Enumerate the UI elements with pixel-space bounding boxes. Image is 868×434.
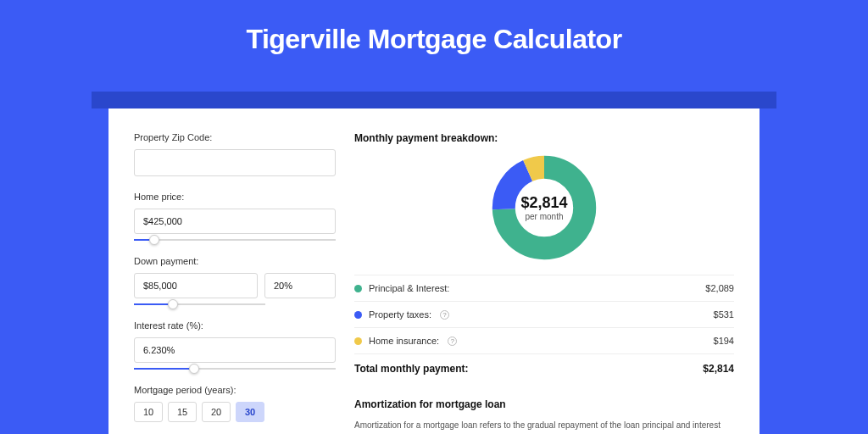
legend-label: Home insurance: bbox=[369, 336, 439, 346]
down-payment-slider[interactable] bbox=[134, 303, 265, 305]
down-payment-input[interactable] bbox=[134, 273, 258, 298]
page-title: Tigerville Mortgage Calculator bbox=[0, 0, 868, 75]
form-column: Property Zip Code: Home price: Down paym… bbox=[134, 132, 336, 434]
period-label: Mortgage period (years): bbox=[134, 385, 336, 395]
legend-label: Principal & Interest: bbox=[369, 283, 449, 293]
period-btn-20[interactable]: 20 bbox=[202, 402, 231, 422]
breakdown-column: Monthly payment breakdown: $2,814 per mo… bbox=[354, 132, 734, 434]
home-price-slider[interactable] bbox=[134, 239, 336, 241]
calculator-card: Property Zip Code: Home price: Down paym… bbox=[108, 108, 760, 434]
interest-input[interactable] bbox=[134, 337, 336, 363]
total-label: Total monthly payment: bbox=[354, 363, 468, 375]
info-icon[interactable]: ? bbox=[440, 310, 449, 320]
zip-label: Property Zip Code: bbox=[134, 132, 336, 142]
amortization-block: Amortization for mortgage loan Amortizat… bbox=[354, 398, 734, 434]
home-price-input[interactable] bbox=[134, 209, 336, 234]
legend-amount: $194 bbox=[714, 336, 734, 346]
legend-insurance: Home insurance: ? $194 bbox=[354, 327, 734, 353]
breakdown-title: Monthly payment breakdown: bbox=[354, 132, 734, 144]
dot-icon bbox=[354, 337, 362, 345]
home-price-group: Home price: bbox=[134, 192, 336, 241]
dot-icon bbox=[354, 311, 362, 319]
donut-chart-wrap: $2,814 per month bbox=[354, 149, 734, 275]
donut-amount: $2,814 bbox=[520, 194, 567, 212]
period-group: Mortgage period (years): 10 15 20 30 bbox=[134, 385, 336, 422]
period-options: 10 15 20 30 bbox=[134, 402, 336, 422]
period-btn-15[interactable]: 15 bbox=[168, 402, 197, 422]
down-payment-pct-input[interactable] bbox=[264, 273, 336, 298]
amortization-title: Amortization for mortgage loan bbox=[354, 398, 734, 410]
period-btn-30[interactable]: 30 bbox=[236, 402, 264, 422]
down-payment-group: Down payment: bbox=[134, 256, 336, 305]
total-amount: $2,814 bbox=[703, 363, 734, 375]
interest-slider-thumb[interactable] bbox=[189, 364, 199, 374]
legend-amount: $531 bbox=[714, 309, 734, 320]
period-btn-10[interactable]: 10 bbox=[134, 402, 163, 422]
info-icon[interactable]: ? bbox=[448, 337, 457, 346]
interest-group: Interest rate (%): bbox=[134, 320, 336, 370]
home-price-label: Home price: bbox=[134, 192, 336, 202]
legend-taxes: Property taxes: ? $531 bbox=[354, 301, 734, 327]
interest-slider[interactable] bbox=[134, 368, 336, 370]
legend-label: Property taxes: bbox=[369, 309, 431, 320]
legend-amount: $2,089 bbox=[705, 283, 734, 293]
home-price-slider-thumb[interactable] bbox=[149, 235, 159, 245]
zip-group: Property Zip Code: bbox=[134, 132, 336, 176]
donut-chart: $2,814 per month bbox=[491, 154, 598, 261]
total-row: Total monthly payment: $2,814 bbox=[354, 353, 734, 375]
card-shadow bbox=[92, 92, 776, 108]
interest-label: Interest rate (%): bbox=[134, 320, 336, 331]
amortization-text: Amortization for a mortgage loan refers … bbox=[354, 419, 734, 434]
zip-input[interactable] bbox=[134, 149, 336, 176]
down-payment-slider-thumb[interactable] bbox=[168, 299, 178, 309]
dot-icon bbox=[354, 285, 362, 292]
donut-sub: per month bbox=[525, 212, 563, 221]
down-payment-label: Down payment: bbox=[134, 256, 336, 266]
legend-principal: Principal & Interest: $2,089 bbox=[354, 275, 734, 301]
